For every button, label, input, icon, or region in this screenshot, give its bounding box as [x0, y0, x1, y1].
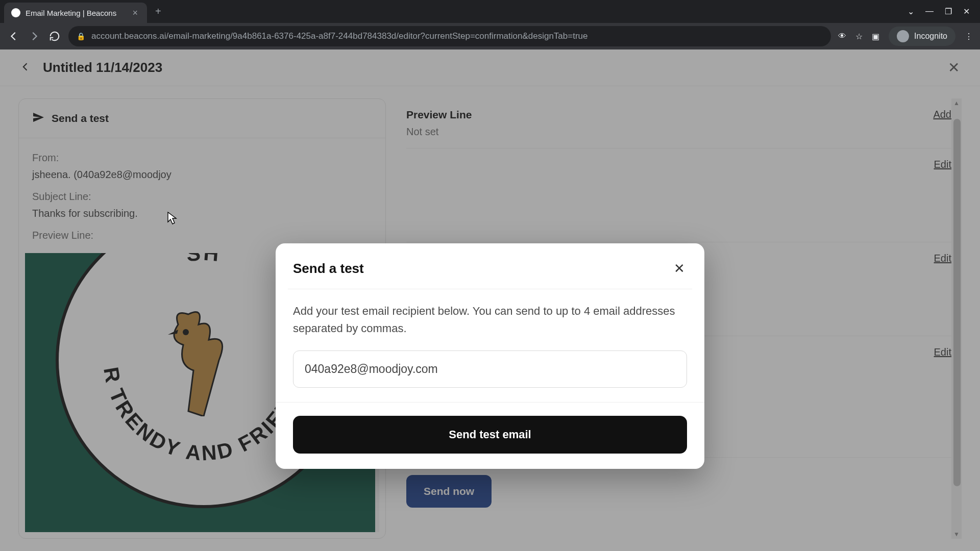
- nav-forward-button[interactable]: [28, 30, 41, 43]
- test-email-input[interactable]: [293, 350, 687, 388]
- maximize-icon[interactable]: ❐: [945, 7, 952, 16]
- tab-close-icon[interactable]: ×: [130, 8, 140, 18]
- address-bar: 🔒 account.beacons.ai/email-marketing/9a4…: [0, 23, 980, 49]
- nav-back-button[interactable]: [7, 30, 20, 43]
- modal-title: Send a test: [293, 261, 364, 277]
- browser-tab[interactable]: Email Marketing | Beacons ×: [4, 3, 147, 23]
- tab-title: Email Marketing | Beacons: [26, 9, 125, 17]
- modal-close-button[interactable]: ✕: [672, 259, 687, 279]
- modal-description: Add your test email recipient below. You…: [293, 303, 687, 337]
- eye-off-icon[interactable]: 👁: [838, 32, 846, 41]
- new-tab-button[interactable]: +: [151, 2, 165, 21]
- mouse-cursor-icon: [167, 212, 178, 227]
- send-test-modal: Send a test ✕ Add your test email recipi…: [276, 243, 704, 469]
- incognito-label: Incognito: [914, 32, 947, 41]
- chevron-down-icon[interactable]: ⌄: [908, 7, 914, 16]
- kebab-menu-icon[interactable]: ⋮: [965, 32, 973, 41]
- window-controls: ⌄ ― ❐ ✕: [908, 7, 976, 16]
- window-close-icon[interactable]: ✕: [963, 7, 970, 16]
- bookmark-star-icon[interactable]: ☆: [855, 32, 863, 41]
- tab-favicon: [11, 8, 20, 17]
- minimize-icon[interactable]: ―: [925, 7, 934, 16]
- reload-button[interactable]: [48, 30, 61, 43]
- divider: [276, 402, 704, 403]
- extensions-icon[interactable]: ▣: [872, 32, 879, 41]
- browser-chrome: Email Marketing | Beacons × + ⌄ ― ❐ ✕ 🔒 …: [0, 0, 980, 49]
- lock-icon: 🔒: [77, 32, 85, 40]
- app: Untitled 11/14/2023 ✕ Send a test From: …: [0, 49, 980, 551]
- tab-bar: Email Marketing | Beacons × + ⌄ ― ❐ ✕: [0, 0, 980, 23]
- incognito-badge[interactable]: Incognito: [889, 27, 955, 46]
- url-box[interactable]: 🔒 account.beacons.ai/email-marketing/9a4…: [68, 26, 831, 46]
- incognito-icon: [897, 30, 909, 42]
- url-text: account.beacons.ai/email-marketing/9a4b8…: [91, 31, 823, 41]
- send-test-email-button[interactable]: Send test email: [293, 416, 687, 454]
